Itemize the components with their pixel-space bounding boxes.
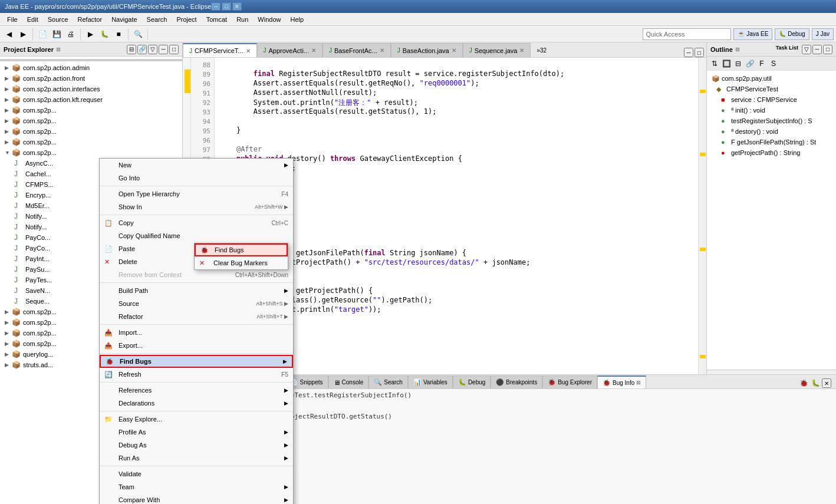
pe-menu-button[interactable]: ▽ xyxy=(148,45,157,54)
ctx-compare-with[interactable]: Compare With ▶ xyxy=(100,493,293,504)
editor-tab-baseaction[interactable]: J BaseAction.java ✕ xyxy=(391,43,463,57)
bottom-action-1[interactable]: 🐞 xyxy=(798,378,809,388)
ctx-refresh[interactable]: 🔄 Refresh F5 xyxy=(100,368,293,381)
tab-overflow-button[interactable]: »32 xyxy=(533,43,550,57)
tab-close-button[interactable]: ✕ xyxy=(246,48,251,54)
tree-item[interactable]: ▶ 📦 com.sp2p... xyxy=(0,126,182,137)
menu-help[interactable]: Help xyxy=(285,15,308,24)
task-list-label[interactable]: Task List xyxy=(776,45,798,54)
outline-item-method[interactable]: ● getProjectPath() : String xyxy=(707,147,836,158)
tab-close-button[interactable]: ✕ xyxy=(311,47,316,54)
bottom-close-button[interactable]: ✕ xyxy=(822,378,831,388)
toolbar-forward-button[interactable]: ▶ xyxy=(17,28,29,41)
ctx-team[interactable]: Team ▶ xyxy=(100,480,293,493)
toolbar-search-button[interactable]: 🔍 xyxy=(131,28,144,41)
editor-tab-sequence[interactable]: J Sequence.java ✕ xyxy=(463,43,531,57)
outline-scrollbar[interactable] xyxy=(707,370,836,374)
ctx-declarations[interactable]: Declarations ▶ xyxy=(100,397,293,410)
ctx-new[interactable]: New ▶ xyxy=(100,159,293,172)
menu-navigate[interactable]: Navigate xyxy=(107,15,141,24)
pe-scrollbar[interactable] xyxy=(0,59,182,61)
menu-window[interactable]: Window xyxy=(253,15,285,24)
bottom-tab-debug[interactable]: 🐛 Debug xyxy=(453,375,491,388)
menu-refactor[interactable]: Refactor xyxy=(73,15,107,24)
outline-item-method[interactable]: ● ⁸ destory() : void xyxy=(707,126,836,137)
ctx-open-hierarchy[interactable]: Open Type Hierarchy F4 xyxy=(100,187,293,200)
outline-item-class[interactable]: ◆ CFMPServiceTest xyxy=(707,84,836,94)
ctx-copy[interactable]: 📋 Copy Ctrl+C xyxy=(100,216,293,229)
tree-item[interactable]: ▶ 📦 com.sp2p... xyxy=(0,137,182,147)
tab-close-button[interactable]: ✕ xyxy=(380,47,384,54)
ctx-debug-as[interactable]: Debug As ▶ xyxy=(100,439,293,452)
editor-tab-cfmp[interactable]: J CFMPServiceT... ✕ xyxy=(183,43,257,57)
perspective-jav[interactable]: J Jav xyxy=(812,28,834,40)
outline-hide-static[interactable]: S xyxy=(768,58,779,69)
editor-scrollbar-markers[interactable] xyxy=(698,58,706,374)
submenu-clear-markers[interactable]: ✕ Clear Bug Markers xyxy=(195,256,288,269)
ctx-refactor[interactable]: Refactor Alt+Shift+T ▶ xyxy=(100,310,293,323)
perspective-debug[interactable]: 🐛 Debug xyxy=(775,28,809,40)
bottom-tab-bug-info[interactable]: 🐞 Bug Info ⊠ xyxy=(597,375,646,388)
pe-link-button[interactable]: 🔗 xyxy=(137,45,147,54)
bottom-tab-variables[interactable]: 📊 Variables xyxy=(408,375,453,388)
outline-filter-button[interactable]: 🔲 xyxy=(721,58,732,69)
ctx-source[interactable]: Source Alt+Shift+S ▶ xyxy=(100,297,293,310)
tree-item[interactable]: ▶ 📦 com.sp2p.action.admin xyxy=(0,62,182,73)
outline-sort-button[interactable]: ⇅ xyxy=(709,58,720,69)
outline-item-method[interactable]: ● testRegisterSubjectInfo() : S xyxy=(707,116,836,126)
tree-item-expanded[interactable]: ▼ 📦 com.sp2p... xyxy=(0,147,182,158)
ctx-build-path[interactable]: Build Path ▶ xyxy=(100,284,293,297)
tree-item[interactable]: ▶ 📦 com.sp2p.action.kft.requser xyxy=(0,94,182,105)
tab-close-button[interactable]: ✕ xyxy=(519,47,524,54)
tree-item[interactable]: ▶ 📦 com.sp2p... xyxy=(0,116,182,126)
ctx-profile-as[interactable]: Profile As ▶ xyxy=(100,426,293,439)
tree-item[interactable]: ▶ 📦 com.sp2p.action.front xyxy=(0,73,182,84)
toolbar-back-button[interactable]: ◀ xyxy=(2,28,15,41)
toolbar-run-button[interactable]: ▶ xyxy=(84,28,97,41)
menu-run[interactable]: Run xyxy=(232,15,253,24)
ctx-easy-explore[interactable]: 📁 Easy Explore... xyxy=(100,413,293,426)
menu-project[interactable]: Project xyxy=(172,15,201,24)
toolbar-print-button[interactable]: 🖨 xyxy=(64,28,77,41)
ctx-remove-context[interactable]: Remove from Context Ctrl+Alt+Shift+Down xyxy=(100,268,293,281)
bottom-tab-console[interactable]: 🖥 Console xyxy=(328,375,369,388)
ctx-run-as[interactable]: Run As ▶ xyxy=(100,452,293,465)
outline-minimize-button[interactable]: ─ xyxy=(812,45,822,54)
menu-source[interactable]: Source xyxy=(43,15,73,24)
ctx-export[interactable]: 📤 Export... xyxy=(100,339,293,352)
outline-link-button[interactable]: 🔗 xyxy=(745,58,755,69)
editor-tab-basefront[interactable]: J BaseFrontAc... ✕ xyxy=(322,43,391,57)
outline-item-method[interactable]: ● ⁸ init() : void xyxy=(707,105,836,116)
window-controls[interactable]: ─ □ ✕ xyxy=(211,2,242,11)
toolbar-save-button[interactable]: 💾 xyxy=(50,28,63,41)
outline-hide-fields[interactable]: F xyxy=(756,58,767,69)
tree-item[interactable]: ▶ 📦 com.sp2p... xyxy=(0,105,182,116)
ctx-import[interactable]: 📥 Import... xyxy=(100,326,293,339)
ctx-show-in[interactable]: Show In Alt+Shift+W ▶ xyxy=(100,200,293,213)
close-button[interactable]: ✕ xyxy=(232,2,242,11)
ctx-find-bugs[interactable]: 🐞 Find Bugs ▶ xyxy=(100,355,293,368)
ctx-go-into[interactable]: Go Into xyxy=(100,172,293,185)
pe-maximize-button[interactable]: □ xyxy=(169,45,179,54)
ctx-references[interactable]: References ▶ xyxy=(100,384,293,397)
outline-item-field[interactable]: ■ service : CFMPService xyxy=(707,94,836,105)
ctx-validate[interactable]: Validate xyxy=(100,467,293,480)
outline-item-package[interactable]: 📦 com.sp2p.pay.util xyxy=(707,73,836,84)
ctx-copy-qualified[interactable]: Copy Qualified Name xyxy=(100,229,293,242)
maximize-button[interactable]: □ xyxy=(222,2,231,11)
outline-menu-button[interactable]: ▽ xyxy=(802,45,811,54)
bottom-action-2[interactable]: 🐛 xyxy=(810,378,821,388)
menu-edit[interactable]: Edit xyxy=(22,15,43,24)
menu-file[interactable]: File xyxy=(2,15,22,24)
outline-item-method[interactable]: ● F getJsonFilePath(String) : St xyxy=(707,137,836,147)
outline-collapse-button[interactable]: ⊟ xyxy=(733,58,743,69)
tree-item[interactable]: ▶ 📦 com.sp2p.action.interfaces xyxy=(0,84,182,94)
editor-minimize-button[interactable]: ─ xyxy=(684,48,693,57)
outline-maximize-button[interactable]: □ xyxy=(823,45,832,54)
bottom-tab-bug-explorer[interactable]: 🐞 Bug Explorer xyxy=(542,375,597,388)
menu-search[interactable]: Search xyxy=(142,15,172,24)
tab-close-button[interactable]: ✕ xyxy=(452,47,456,54)
bottom-tab-breakpoints[interactable]: ⚫ Breakpoints xyxy=(491,375,542,388)
editor-tab-approve[interactable]: J ApproveActi... ✕ xyxy=(257,43,322,57)
minimize-button[interactable]: ─ xyxy=(211,2,220,11)
